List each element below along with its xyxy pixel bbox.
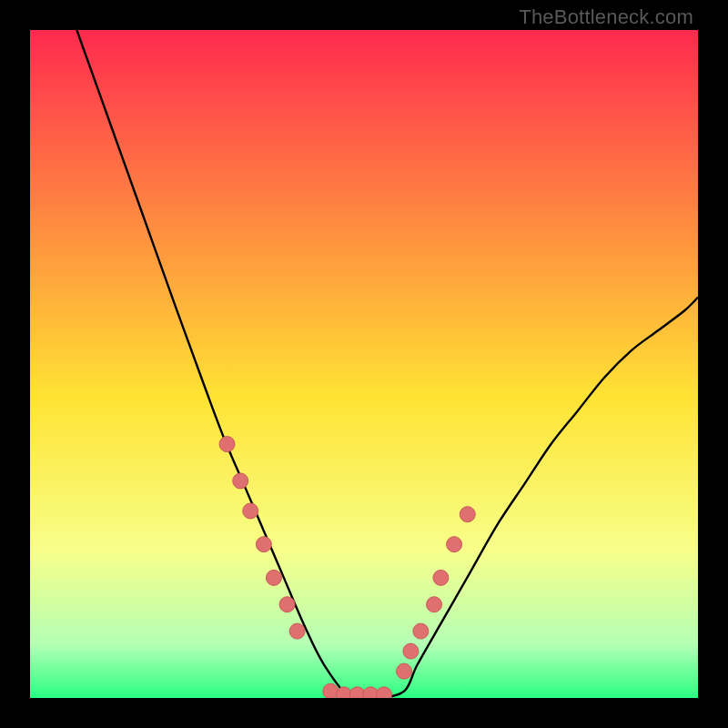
gradient-background	[30, 30, 698, 698]
highlight-dot	[243, 503, 258, 519]
highlight-dot	[279, 597, 295, 612]
highlight-dot	[266, 570, 281, 585]
highlight-dot	[397, 663, 412, 679]
highlight-dot	[433, 570, 449, 585]
highlight-dot	[377, 687, 392, 698]
watermark-text: TheBottleneck.com	[519, 5, 693, 29]
highlight-dot	[447, 537, 462, 552]
chart-frame: TheBottleneck.com	[0, 0, 728, 728]
plot-area	[30, 30, 698, 698]
chart-svg	[30, 30, 698, 698]
highlight-dot	[219, 437, 235, 452]
highlight-dot	[460, 507, 475, 522]
highlight-dot	[233, 473, 248, 489]
highlight-dot	[256, 537, 271, 552]
highlight-dot	[289, 623, 305, 639]
highlight-dot	[413, 623, 429, 639]
highlight-dot	[427, 597, 442, 612]
highlight-dot	[403, 643, 419, 659]
